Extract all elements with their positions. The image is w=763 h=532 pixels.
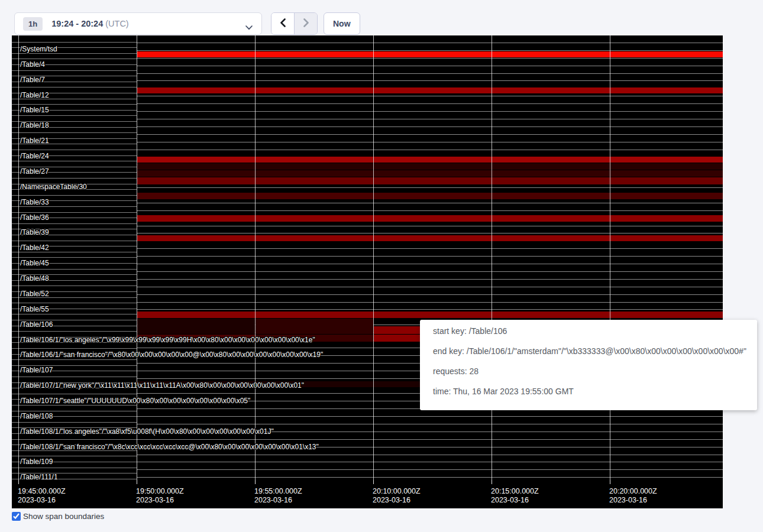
- tooltip-line: time: Thu, 16 Mar 2023 19:55:00 GMT: [433, 381, 757, 401]
- row-label: /Table/106/1/"los angeles"/"\x99\x99\x99…: [20, 336, 315, 344]
- row-label: /Table/108/1/"san francisco"/"\x8c\xcc\x…: [20, 443, 319, 451]
- tick-date: 2023-03-16: [609, 496, 657, 505]
- next-range-button[interactable]: [295, 13, 317, 34]
- heat-band[interactable]: [256, 319, 373, 326]
- time-gridline: [373, 35, 374, 484]
- time-gridline: [610, 35, 610, 484]
- row-label: /NamespaceTable/30: [20, 183, 87, 191]
- heat-band[interactable]: [137, 87, 723, 93]
- row-label: /Table/52: [20, 290, 49, 298]
- heat-band[interactable]: [137, 319, 255, 326]
- row-label: /Table/4: [20, 60, 45, 69]
- tick-mark: [18, 480, 19, 484]
- chevron-left-icon: [280, 18, 286, 29]
- tooltip-line: requests: 28: [433, 361, 757, 381]
- heat-band[interactable]: [137, 170, 723, 177]
- tick-time: 19:50:00.000Z: [136, 487, 184, 496]
- row-label: /Table/107: [20, 366, 53, 374]
- time-gridline: [255, 35, 256, 484]
- heat-band[interactable]: [137, 235, 723, 241]
- tick-label: 20:20:00.000Z2023-03-16: [609, 487, 657, 505]
- tick-mark: [255, 480, 256, 484]
- tick-label: 19:55:00.000Z2023-03-16: [254, 487, 302, 505]
- heat-band[interactable]: [137, 312, 723, 318]
- range-text: 19:24 - 20:24: [51, 19, 103, 28]
- range-nav-group: [271, 12, 318, 35]
- chevron-down-icon: [245, 22, 253, 33]
- row-label: /Table/15: [20, 106, 49, 114]
- tick-mark: [137, 480, 137, 484]
- tick-time: 20:20:00.000Z: [609, 487, 657, 496]
- tick-time: 20:15:00.000Z: [491, 487, 539, 496]
- footer: Show span boundaries: [12, 512, 104, 521]
- span-boundary-grid: [137, 35, 723, 484]
- prev-range-button[interactable]: [271, 13, 295, 34]
- span-boundaries-label: Show span boundaries: [23, 512, 104, 521]
- tick-time: 19:45:00.000Z: [18, 487, 66, 496]
- row-label: /Table/12: [20, 91, 49, 99]
- tooltip-line: start key: /Table/106: [433, 321, 757, 341]
- row-label: /Table/108/1/"los angeles"/"\xa8\xf5\u00…: [20, 427, 274, 436]
- tick-date: 2023-03-16: [491, 496, 539, 505]
- heat-band[interactable]: [137, 163, 723, 170]
- tick-mark: [373, 480, 374, 484]
- range-duration-badge: 1h: [23, 17, 43, 31]
- tick-label: 19:45:00.000Z2023-03-16: [18, 487, 66, 505]
- row-label: /Table/36: [20, 213, 49, 222]
- heat-band[interactable]: [137, 193, 723, 199]
- time-gridline: [137, 35, 137, 484]
- row-label: /Table/108: [20, 412, 53, 420]
- span-boundaries-checkbox[interactable]: [12, 512, 21, 521]
- tick-date: 2023-03-16: [18, 496, 66, 505]
- row-label: /System/tsd: [20, 45, 57, 53]
- range-timezone: (UTC): [105, 19, 128, 28]
- tick-label: 20:10:00.000Z2023-03-16: [373, 487, 421, 505]
- time-gridline: [18, 35, 19, 484]
- tick-date: 2023-03-16: [373, 496, 421, 505]
- tick-date: 2023-03-16: [254, 496, 302, 505]
- tick-time: 19:55:00.000Z: [254, 487, 302, 496]
- hover-tooltip: start key: /Table/106end key: /Table/106…: [420, 320, 757, 410]
- row-label: /Table/39: [20, 228, 49, 236]
- now-button[interactable]: Now: [324, 12, 360, 35]
- tick-mark: [610, 480, 610, 484]
- row-label: /Table/55: [20, 305, 49, 313]
- tick-label: 20:15:00.000Z2023-03-16: [491, 487, 539, 505]
- row-label: /Table/45: [20, 259, 49, 267]
- heat-band[interactable]: [137, 215, 723, 222]
- row-label: /Table/109: [20, 458, 53, 466]
- row-label: /Table/106: [20, 320, 53, 329]
- heat-band[interactable]: [137, 177, 723, 184]
- tick-time: 20:10:00.000Z: [373, 487, 421, 496]
- row-label: /Table/106/1/"san francisco"/"\x80\x00\x…: [20, 351, 323, 359]
- heat-band[interactable]: [137, 157, 723, 163]
- row-label: /Table/33: [20, 198, 49, 206]
- tooltip-line: end key: /Table/106/1/"amsterdam"/"\xb33…: [433, 341, 757, 361]
- row-label: /Table/24: [20, 152, 49, 160]
- row-label: /Table/107/1/"seattle"/"UUUUUUD\x00\x80\…: [20, 397, 250, 405]
- row-label: /Table/107/1/"new york"/"\x11\x11\x11\x1…: [20, 381, 304, 390]
- key-visualizer-canvas[interactable]: /System/tsd/Table/4/Table/7/Table/12/Tab…: [12, 35, 723, 508]
- tick-date: 2023-03-16: [136, 496, 184, 505]
- row-label: /Table/48: [20, 274, 49, 283]
- heat-band[interactable]: [256, 326, 373, 334]
- tick-mark: [492, 480, 492, 484]
- heat-band[interactable]: [137, 51, 723, 57]
- chevron-right-icon: [303, 18, 309, 29]
- row-label: /Table/7: [20, 76, 45, 84]
- row-label: /Table/42: [20, 244, 49, 252]
- row-label: /Table/18: [20, 121, 49, 129]
- row-label: /Table/21: [20, 137, 49, 145]
- row-label: /Table/111/1: [20, 473, 58, 481]
- tick-label: 19:50:00.000Z2023-03-16: [136, 487, 184, 505]
- time-range-picker[interactable]: 1h 19:24 - 20:24 (UTC): [14, 12, 262, 35]
- time-gridline: [492, 35, 492, 484]
- row-label: /Table/27: [20, 167, 49, 176]
- heat-band[interactable]: [137, 326, 255, 334]
